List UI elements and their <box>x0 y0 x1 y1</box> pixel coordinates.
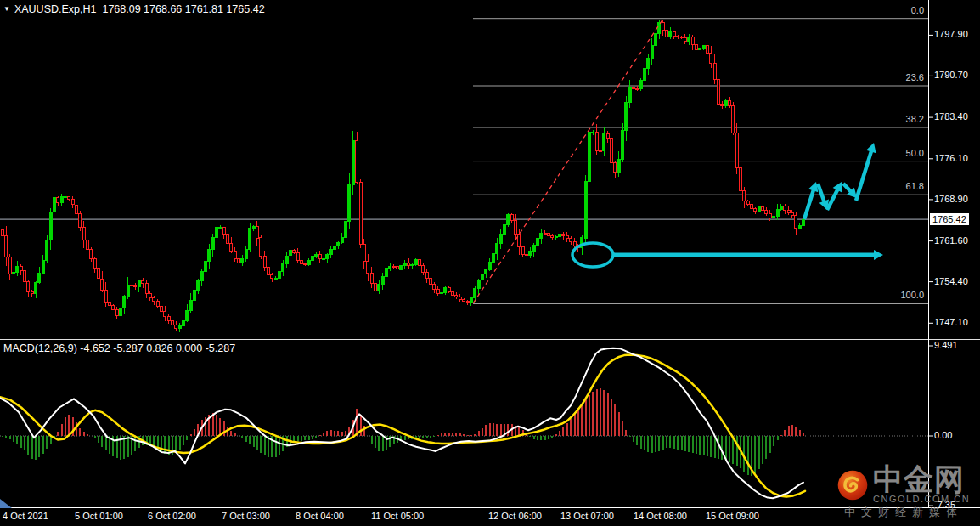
macd-name: MACD(12,26,9) <box>3 342 77 354</box>
watermark: 中金网 CNGOLD.COM.CN <box>837 467 970 504</box>
macd-scale-zero: 0.00 <box>934 430 952 440</box>
price-axis-label: 1761.60 <box>934 235 968 246</box>
chart-canvas[interactable] <box>0 0 980 526</box>
price-axis-label: 1754.40 <box>934 276 968 286</box>
macd-signal-line <box>0 355 805 497</box>
price-axis-label: 1776.10 <box>934 153 968 163</box>
symbol-timeframe-label: XAUUSD.Exp,H1 <box>14 3 97 15</box>
corner-scroll-triangle[interactable] <box>0 499 12 508</box>
time-axis-label: 6 Oct 02:00 <box>148 511 196 521</box>
time-axis-label: 14 Oct 08:00 <box>634 511 687 521</box>
price-axis-label: 1768.90 <box>934 194 968 204</box>
candlestick-series[interactable] <box>2 20 805 333</box>
fib-level-label: 50.0 <box>906 148 924 158</box>
time-axis-label: 12 Oct 06:00 <box>488 511 542 521</box>
fib-level-label: 38.2 <box>906 114 924 124</box>
fib-level-label: 61.8 <box>906 181 924 191</box>
chart-title: ▼XAUUSD.Exp,H1 1768.09 1768.66 1761.81 1… <box>3 3 265 15</box>
price-axis-label: 1797.90 <box>934 29 968 39</box>
time-axis-label: 15 Oct 09:00 <box>706 511 759 521</box>
fib-level-label: 23.6 <box>906 72 924 82</box>
time-axis-label: 11 Oct 05:00 <box>371 511 424 521</box>
price-axis-label: 1747.10 <box>934 317 968 327</box>
watermark-domain: CNGOLD.COM.CN <box>873 494 970 504</box>
breakout-ellipse <box>572 243 613 267</box>
current-price-label: 1765.42 <box>930 213 969 225</box>
macd-indicator-label: MACD(12,26,9) -4.652 -5.287 0.826 0.000 … <box>3 342 235 354</box>
watermark-tagline: 中文财经新媒体 <box>844 505 963 520</box>
watermark-cn-name: 中金网 <box>873 467 970 492</box>
fib-level-label: 0.0 <box>911 5 924 15</box>
time-axis-label: 4 Oct 2021 <box>3 511 48 521</box>
time-axis-label: 8 Oct 04:00 <box>296 511 344 521</box>
macd-scale-max: 9.491 <box>934 340 958 350</box>
cngold-logo-icon <box>837 470 868 501</box>
symbol-dropdown-icon[interactable]: ▼ <box>3 5 10 13</box>
price-axis-label: 1790.70 <box>934 70 968 80</box>
mt4-chart-window: ▼XAUUSD.Exp,H1 1768.09 1768.66 1761.81 1… <box>0 0 980 526</box>
fib-level-label: 100.0 <box>900 290 924 300</box>
time-axis-label: 13 Oct 07:00 <box>560 511 614 521</box>
price-axis-label: 1783.40 <box>934 111 968 122</box>
fibonacci-retracement[interactable] <box>473 19 928 304</box>
time-axis-label: 5 Oct 01:00 <box>75 511 123 521</box>
time-axis-label: 7 Oct 03:00 <box>222 511 270 521</box>
macd-values: -4.652 -5.287 0.826 0.000 -5.287 <box>80 342 235 354</box>
macd-main-line <box>0 348 803 499</box>
ohlc-values: 1768.09 1768.66 1761.81 1765.42 <box>102 3 264 15</box>
macd-histogram <box>3 388 803 476</box>
